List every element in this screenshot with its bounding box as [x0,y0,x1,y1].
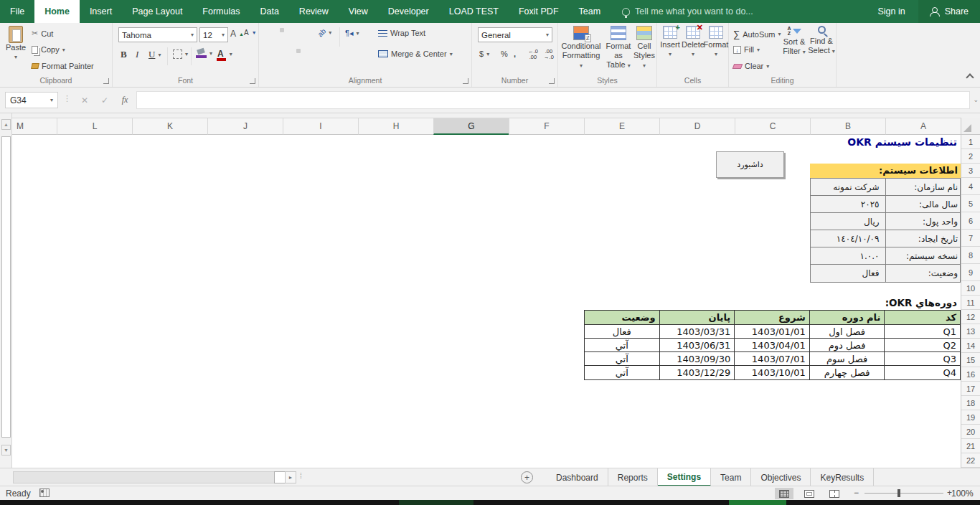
row-header[interactable]: 8 [961,247,980,264]
okr-name-cell[interactable]: فصل سوم [810,352,885,365]
okr-header-cell[interactable]: شروع [735,311,810,324]
merge-center-button[interactable]: Merge & Center▾ [378,49,453,58]
clipboard-dialog-launcher[interactable] [103,78,109,84]
row-header[interactable]: 12 [961,310,980,324]
okr-header-cell[interactable]: کد [885,311,960,324]
ribbon-tab[interactable]: Insert [80,0,122,23]
font-dialog-launcher[interactable] [250,78,255,84]
row-header[interactable]: 18 [961,396,980,410]
copy-button[interactable]: Copy▾ [32,45,65,54]
okr-end-cell[interactable]: 1403/06/31 [660,339,735,351]
paste-button[interactable]: Paste▾ [6,26,26,62]
column-header[interactable]: F [509,118,584,135]
font-family-combo[interactable]: Tahoma▾ [118,27,197,42]
conditional-formatting-button[interactable]: Conditional Formatting ▾ [560,26,602,70]
sheet-tab[interactable]: Team [711,468,751,486]
column-header[interactable]: G [433,118,509,135]
okr-start-cell[interactable]: 1403/04/01 [735,339,810,351]
okr-name-cell[interactable]: فصل چهارم [810,366,885,379]
okr-status-cell[interactable]: آتي [585,339,660,351]
ribbon-tab[interactable]: Team [569,0,611,23]
ribbon-tab[interactable]: LOAD TEST [439,0,509,23]
column-header[interactable]: E [584,118,659,135]
sort-filter-button[interactable]: AZ Sort & Filter ▾ [781,26,808,57]
okr-code-cell[interactable]: Q1 [885,325,960,338]
info-value-cell[interactable]: فعال [811,265,885,282]
column-header[interactable]: L [57,118,132,135]
format-painter-button[interactable]: Format Painter [32,62,94,70]
align-bottom-button[interactable] [296,28,301,32]
sheet-title-cell[interactable]: تنظیمات سیستم OKR [847,135,957,149]
bold-button[interactable]: B [121,49,127,60]
okr-status-cell[interactable]: آتي [585,352,660,365]
row-header[interactable]: 17 [961,382,980,396]
column-header[interactable]: A [885,118,961,135]
scroll-down-arrow[interactable]: ▼ [1,445,11,456]
insert-function-button[interactable]: fx [116,92,133,108]
hscroll-right-arrow[interactable]: ► [285,471,296,483]
horizontal-scroll-thumb[interactable] [274,471,286,483]
row-header[interactable]: 13 [961,324,980,339]
okr-code-cell[interactable]: Q4 [885,366,960,379]
row-header[interactable]: 10 [961,281,980,296]
formula-bar-expand-icon[interactable]: ⌄ [973,96,979,103]
underline-button[interactable]: U▾ [149,49,161,60]
cancel-formula-button[interactable]: ✕ [76,92,93,108]
column-header[interactable]: I [283,118,358,135]
info-label-cell[interactable]: واحد پول: [885,213,960,230]
cut-button[interactable]: ✂ Cut [32,29,53,38]
okr-status-cell[interactable]: فعال [585,325,660,338]
row-header[interactable]: 19 [961,410,980,425]
horizontal-scrollbar[interactable] [13,471,285,483]
sheet-tab[interactable]: Dashboard [547,468,608,486]
scroll-up-arrow[interactable]: ▲ [1,119,11,130]
new-sheet-button[interactable]: + [521,471,533,483]
ribbon-tab[interactable]: Data [250,0,288,23]
info-label-cell[interactable]: نام سازمان: [885,179,960,195]
currency-button[interactable]: $▾ [479,49,489,58]
cell-styles-button[interactable]: Cell Styles ▾ [632,26,656,70]
info-label-cell[interactable]: سال مالی: [885,196,960,212]
column-header[interactable]: M [12,118,57,135]
column-header[interactable]: K [132,118,207,135]
info-label-cell[interactable]: تاریخ ایجاد: [885,230,960,247]
align-right-button[interactable] [296,49,301,53]
find-select-button[interactable]: Find & Select ▾ [808,26,835,56]
sheet-grid[interactable]: تنظیمات سیستم OKR داشبورد اطلاعات سیستم:… [0,135,980,468]
info-label-cell[interactable]: وضعیت: [885,265,960,282]
okr-status-cell[interactable]: آتي [585,366,660,379]
alignment-dialog-launcher[interactable] [463,78,468,84]
sign-in-button[interactable]: Sign in [864,0,918,23]
ribbon-tab[interactable]: Home [34,0,80,23]
ribbon-tab[interactable]: Developer [378,0,439,23]
row-header[interactable]: 1 [961,135,980,149]
info-value-cell[interactable]: ١٤٠٤/١٠/٠٩ [811,230,885,247]
borders-button[interactable]: ▾ [173,49,188,59]
page-layout-view-button[interactable] [800,488,819,499]
select-all-corner[interactable] [961,118,980,135]
ribbon-tab[interactable]: View [339,0,378,23]
zoom-slider-thumb[interactable] [897,489,900,497]
name-box[interactable]: G34 ▾ [5,92,58,108]
sheet-tab[interactable]: KeyResults [811,468,874,486]
macro-record-icon[interactable] [39,489,50,497]
sheet-tab[interactable]: Objectives [751,468,811,486]
zoom-slider-track[interactable] [864,493,943,494]
row-header[interactable]: 20 [961,425,980,439]
row-header[interactable]: 15 [961,353,980,367]
okr-code-cell[interactable]: Q3 [885,352,960,365]
okr-start-cell[interactable]: 1403/01/01 [735,325,810,338]
enter-formula-button[interactable]: ✓ [96,92,113,108]
ribbon-tab[interactable]: Page Layout [122,0,192,23]
okr-start-cell[interactable]: 1403/07/01 [735,352,810,365]
okr-name-cell[interactable]: فصل اول [810,325,885,338]
wrap-text-button[interactable]: Wrap Text [378,29,425,37]
info-section-header[interactable]: اطلاعات سیستم: [810,164,961,178]
fill-button[interactable]: ↓ Fill▾ [733,45,760,54]
ribbon-tab[interactable]: File [0,0,34,23]
decrease-indent-button[interactable] [318,49,322,53]
info-value-cell[interactable]: ریال [811,213,885,230]
column-header[interactable]: H [358,118,433,135]
row-header[interactable]: 11 [961,296,980,310]
formula-input[interactable] [136,91,970,109]
